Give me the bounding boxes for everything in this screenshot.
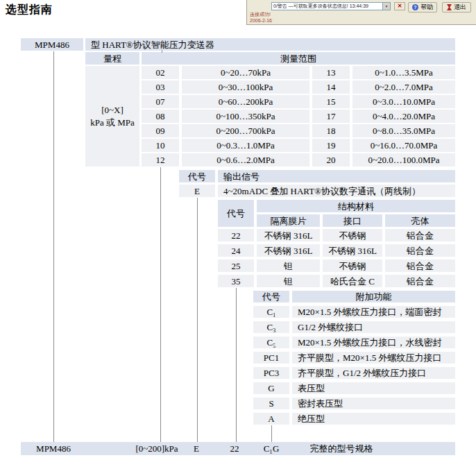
full-model-signal: E: [194, 442, 199, 455]
material-header: 结构材料: [257, 200, 455, 212]
material-code-cell: 24: [218, 244, 254, 257]
material-port-cell: 哈氏合金 C: [323, 275, 382, 287]
full-model-code: MPM486: [36, 442, 71, 455]
range-code-cell: 02: [142, 66, 179, 79]
range-code-cell: 20: [312, 153, 350, 167]
range-code-cell: 15: [312, 95, 350, 108]
range-unit-line2: kPa 或 MPa: [90, 117, 135, 129]
extra-code-cell: G: [253, 382, 289, 394]
extra-desc-cell: M20×1.5 外螺纹压力接口，端面密封: [292, 306, 455, 318]
signal-desc-cell: 4~20mADC 叠加 HART®协议数字通讯（两线制）: [218, 185, 455, 197]
material-diaphragm-cell: 钽: [257, 275, 320, 287]
connection-date: 2006-2-16: [250, 18, 272, 24]
connector-line: [160, 167, 161, 442]
material-housing-cell: 铝合金: [385, 229, 455, 241]
range-value-cell: 0~16.0…70.0MPa: [352, 139, 455, 152]
range-value-cell: 0~20…70kPa: [182, 66, 309, 79]
material-col-port: 接口: [323, 214, 382, 227]
signal-code-header: 代号: [179, 170, 215, 182]
extra-code-cell: C₁: [253, 306, 289, 318]
range-code-cell: 08: [142, 110, 179, 123]
close-icon: ✕: [398, 3, 402, 9]
extra-desc-cell: M20×1.5 外螺纹压力接口，水线密封: [292, 337, 455, 348]
connector-line: [271, 425, 272, 442]
range-value-cell: 0~60…200kPa: [182, 95, 309, 108]
range-value-cell: 0~8.0…35.0MPa: [352, 124, 455, 137]
status-window: 0/警告 —可获取更多设备状态信息! 13:44:39 ▼ ✕ ? 帮助 退出 …: [246, 0, 476, 25]
range-value-cell: 0~200…700kPa: [182, 124, 309, 137]
signal-header: 输出信号: [218, 170, 455, 182]
material-code-cell: 22: [218, 229, 254, 241]
connector-line: [162, 50, 162, 53]
extra-code-cell: S: [253, 398, 289, 409]
range-unit-line1: [0~X]: [101, 104, 124, 117]
extra-header: 附加功能: [292, 291, 455, 303]
full-model-range: [0~200]kPa: [135, 442, 178, 455]
message-dropdown[interactable]: 0/警告 —可获取更多设备状态信息! 13:44:39 ▼: [271, 2, 391, 10]
help-label: 帮助: [420, 3, 433, 12]
connection-status: 连接成功!: [250, 12, 271, 17]
extra-desc-cell: 齐平膜型，G1/2 外螺纹压力接口: [292, 367, 455, 379]
range-code-cell: 13: [312, 66, 350, 79]
dropdown-message: 0/警告 —可获取更多设备状态信息! 13:44:39: [272, 3, 382, 10]
extra-desc-cell: 密封表压型: [292, 398, 455, 409]
extra-code-cell: PC3: [253, 367, 289, 379]
help-icon: ?: [412, 4, 418, 10]
material-code-cell: 35: [218, 275, 254, 287]
full-model-extra: C₁G: [264, 442, 280, 455]
range-value-cell: 0~2.0…7.0MPa: [352, 80, 455, 94]
connector-line: [53, 51, 54, 442]
extra-desc-cell: 齐平膜型，M20×1.5 外螺纹压力接口: [292, 352, 455, 364]
material-diaphragm-cell: 不锈钢 316L: [257, 244, 320, 257]
connector-line: [236, 288, 237, 442]
range-code-cell: 09: [142, 124, 179, 137]
range-header: 量程: [85, 52, 139, 65]
extra-code-cell: PC1: [253, 352, 289, 364]
extra-code-cell: C₅: [253, 337, 289, 348]
extra-desc-cell: 表压型: [292, 382, 455, 394]
range-unit-cell: [0~X] kPa 或 MPa: [85, 66, 139, 167]
material-diaphragm-cell: 不锈钢 316L: [257, 229, 320, 241]
extra-desc-cell: 绝压型: [292, 413, 455, 425]
range-value-cell: 0~3.0…10.0MPa: [352, 95, 455, 108]
material-housing-cell: 铝合金: [385, 244, 455, 257]
range-value-cell: 0~1.0…3.5MPa: [352, 66, 455, 79]
range-value-cell: 0~20.0…100.0MPa: [352, 153, 455, 167]
model-desc-cell: 型 HART®协议智能压力变送器: [85, 38, 455, 51]
measure-range-header: 测量范围: [142, 52, 455, 65]
range-value-cell: 0~30…100kPa: [182, 80, 309, 94]
range-code-cell: 18: [312, 124, 350, 137]
page-title: 选型指南: [6, 3, 53, 17]
full-model-material: 22: [230, 442, 239, 455]
chevron-down-icon[interactable]: ▼: [382, 3, 390, 10]
exit-icon: [447, 4, 452, 10]
range-code-cell: 07: [142, 95, 179, 108]
material-port-cell: 不锈钢: [323, 259, 382, 272]
range-value-cell: 0~4.0…20.0MPa: [352, 110, 455, 123]
material-diaphragm-cell: 钽: [257, 259, 320, 272]
page: 选型指南 0/警告 —可获取更多设备状态信息! 13:44:39 ▼ ✕ ? 帮…: [0, 0, 476, 460]
signal-code-cell: E: [179, 185, 215, 197]
full-model-row: MPM486 [0~200]kPa E 22 C₁G 完整的型号规格: [21, 442, 455, 455]
range-code-cell: 19: [312, 139, 350, 152]
range-value-cell: 0~0.6…2.0MPa: [182, 153, 309, 167]
extra-code-cell: C₃: [253, 321, 289, 333]
material-housing-cell: 铝合金: [385, 275, 455, 287]
range-code-cell: 12: [142, 153, 179, 167]
model-code-cell: MPM486: [21, 38, 83, 51]
range-code-cell: 03: [142, 80, 179, 94]
material-port-cell: 不锈钢 316L: [323, 244, 382, 257]
connector-line: [197, 198, 198, 442]
material-col-housing: 壳体: [385, 214, 455, 227]
material-col-diaphragm: 隔离膜片: [257, 214, 320, 227]
extra-code-cell: A: [253, 413, 289, 425]
help-button[interactable]: ? 帮助: [408, 2, 437, 12]
range-code-cell: 17: [312, 110, 350, 123]
range-code-cell: 14: [312, 80, 350, 94]
extra-code-header: 代号: [253, 291, 289, 303]
material-housing-cell: 铝合金: [385, 259, 455, 272]
exit-label: 退出: [454, 3, 466, 12]
clear-message-button[interactable]: ✕: [394, 2, 405, 10]
material-port-cell: 不锈钢: [323, 229, 382, 241]
exit-button[interactable]: 退出: [442, 2, 471, 12]
